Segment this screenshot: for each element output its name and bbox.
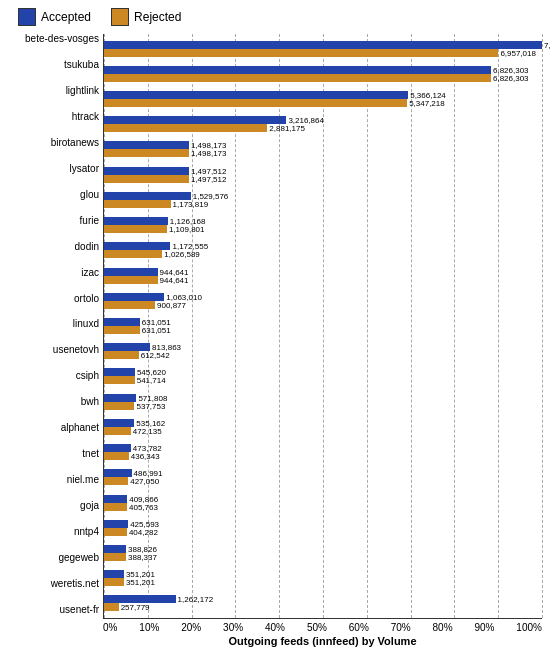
bar-row-accepted: 1,126,168 <box>104 217 542 225</box>
bar-rejected-value: 900,877 <box>155 301 186 310</box>
bar-rejected: 631,051 <box>104 326 140 334</box>
bar-row-accepted: 486,991 <box>104 469 542 477</box>
bar-accepted-value: 7,726,223 <box>542 41 550 50</box>
bar-row-rejected: 1,026,589 <box>104 250 542 258</box>
bar-rejected-value: 612,542 <box>139 351 170 360</box>
bar-rejected-value: 404,282 <box>127 528 158 537</box>
y-label-furie: furie <box>8 216 99 226</box>
y-label-bete-des-vosges: bete-des-vosges <box>8 34 99 44</box>
bar-rejected: 427,050 <box>104 477 128 485</box>
bar-row-accepted: 388,826 <box>104 545 542 553</box>
bar-accepted: 486,991 <box>104 469 132 477</box>
bar-accepted: 351,201 <box>104 570 124 578</box>
y-label-niel.me: niel.me <box>8 475 99 485</box>
bar-group-lysator: 1,497,5121,497,512 <box>104 162 542 187</box>
bar-group-csiph: 545,620541,714 <box>104 364 542 389</box>
bar-group-lightlink: 5,366,1245,347,218 <box>104 86 542 111</box>
bar-group-alphanet: 535,162472,135 <box>104 414 542 439</box>
y-label-csiph: csiph <box>8 371 99 381</box>
bar-rejected-value: 405,763 <box>127 503 158 512</box>
bar-row-accepted: 1,498,173 <box>104 141 542 149</box>
bar-row-rejected: 631,051 <box>104 326 542 334</box>
bar-rejected: 351,201 <box>104 578 124 586</box>
bar-rejected: 6,957,018 <box>104 49 498 57</box>
bar-accepted: 1,063,010 <box>104 293 164 301</box>
x-axis-label: 10% <box>139 622 159 633</box>
x-axis-labels: 0%10%20%30%40%50%60%70%80%90%100% <box>103 619 542 633</box>
bar-row-accepted: 631,051 <box>104 318 542 326</box>
bar-rejected: 436,343 <box>104 452 129 460</box>
y-label-nntp4: nntp4 <box>8 527 99 537</box>
bar-rejected-value: 388,337 <box>126 553 157 562</box>
bar-row-rejected: 1,498,173 <box>104 149 542 157</box>
bar-accepted: 3,216,864 <box>104 116 286 124</box>
y-label-usenetovh: usenetovh <box>8 345 99 355</box>
bar-row-rejected: 436,343 <box>104 452 542 460</box>
bar-group-ortolo: 1,063,010900,877 <box>104 288 542 313</box>
bar-group-birotanews: 1,498,1731,498,173 <box>104 137 542 162</box>
chart-body: bete-des-vosgestsukubalightlinkhtrackbir… <box>8 34 542 647</box>
y-label-lightlink: lightlink <box>8 86 99 96</box>
y-label-lysator: lysator <box>8 164 99 174</box>
bar-accepted: 631,051 <box>104 318 140 326</box>
legend-rejected: Rejected <box>111 8 181 26</box>
bar-row-rejected: 6,826,303 <box>104 74 542 82</box>
bar-rejected: 944,641 <box>104 276 158 284</box>
bar-row-accepted: 7,726,223 <box>104 41 542 49</box>
bar-rejected-value: 257,779 <box>119 603 150 612</box>
bars-wrapper: 7,726,2236,957,0186,826,3036,826,3035,36… <box>104 34 542 618</box>
bar-accepted: 1,497,512 <box>104 167 189 175</box>
bar-row-accepted: 351,201 <box>104 570 542 578</box>
bar-row-rejected: 405,763 <box>104 503 542 511</box>
bar-row-accepted: 944,641 <box>104 268 542 276</box>
y-label-dodin: dodin <box>8 242 99 252</box>
bar-rejected-value: 2,881,175 <box>267 124 305 133</box>
x-axis-label: 50% <box>307 622 327 633</box>
bar-accepted: 388,826 <box>104 545 126 553</box>
bar-rejected-value: 541,714 <box>135 376 166 385</box>
bar-rejected-value: 1,498,173 <box>189 149 227 158</box>
bar-group-glou: 1,529,5761,173,819 <box>104 187 542 212</box>
bar-accepted: 1,529,576 <box>104 192 191 200</box>
bar-row-accepted: 571,808 <box>104 394 542 402</box>
bar-group-niel.me: 486,991427,050 <box>104 465 542 490</box>
bar-row-accepted: 1,529,576 <box>104 192 542 200</box>
bar-row-accepted: 535,162 <box>104 419 542 427</box>
chart-area: 7,726,2236,957,0186,826,3036,826,3035,36… <box>103 34 542 647</box>
bar-row-accepted: 1,497,512 <box>104 167 542 175</box>
y-labels: bete-des-vosgestsukubalightlinkhtrackbir… <box>8 34 103 647</box>
bar-group-goja: 409,866405,763 <box>104 490 542 515</box>
bar-rejected-value: 5,347,218 <box>407 99 445 108</box>
bar-row-accepted: 1,063,010 <box>104 293 542 301</box>
bar-rejected: 2,881,175 <box>104 124 267 132</box>
x-axis-title: Outgoing feeds (innfeed) by Volume <box>103 635 542 647</box>
bar-row-rejected: 1,497,512 <box>104 175 542 183</box>
y-label-linuxd: linuxd <box>8 319 99 329</box>
bar-group-weretis.net: 351,201351,201 <box>104 566 542 591</box>
bar-rejected: 388,337 <box>104 553 126 561</box>
bar-rejected-value: 6,826,303 <box>491 74 529 83</box>
bar-row-accepted: 409,866 <box>104 495 542 503</box>
bar-accepted: 571,808 <box>104 394 136 402</box>
bar-row-rejected: 537,753 <box>104 402 542 410</box>
bar-row-accepted: 1,262,172 <box>104 595 542 603</box>
bar-row-rejected: 388,337 <box>104 553 542 561</box>
bar-group-tsukuba: 6,826,3036,826,303 <box>104 61 542 86</box>
x-axis-label: 60% <box>349 622 369 633</box>
y-label-weretis.net: weretis.net <box>8 579 99 589</box>
bar-rejected-value: 1,109,801 <box>167 225 205 234</box>
x-axis-label: 0% <box>103 622 117 633</box>
legend-rejected-label: Rejected <box>134 10 181 24</box>
bar-group-dodin: 1,172,5551,026,589 <box>104 238 542 263</box>
bar-rejected: 1,173,819 <box>104 200 171 208</box>
bar-accepted: 1,172,555 <box>104 242 170 250</box>
x-axis-label: 30% <box>223 622 243 633</box>
x-axis-label: 20% <box>181 622 201 633</box>
bar-row-accepted: 1,172,555 <box>104 242 542 250</box>
bar-rejected-value: 537,753 <box>134 402 165 411</box>
bar-group-linuxd: 631,051631,051 <box>104 313 542 338</box>
bar-row-accepted: 5,366,124 <box>104 91 542 99</box>
y-label-tnet: tnet <box>8 449 99 459</box>
bar-rejected-value: 1,026,589 <box>162 250 200 259</box>
x-axis-label: 90% <box>474 622 494 633</box>
